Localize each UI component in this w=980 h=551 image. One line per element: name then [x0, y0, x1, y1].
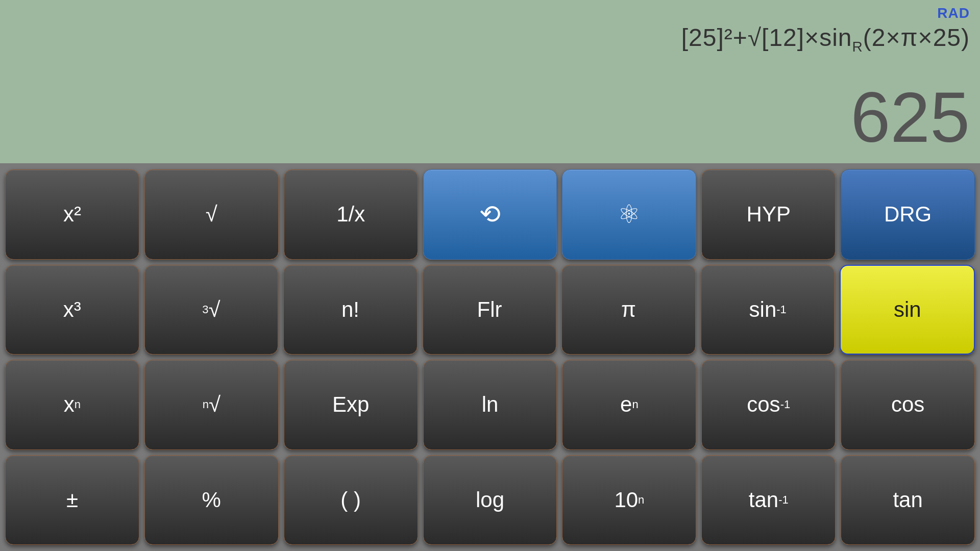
pi-button[interactable]: π [561, 265, 696, 355]
xn-button[interactable]: xn [5, 360, 139, 450]
atan-button[interactable]: tan-1 [701, 455, 836, 545]
flr-button[interactable]: Flr [423, 265, 557, 355]
expression-display: [25]²+√[12]×sinR(2×π×25) [681, 23, 970, 55]
en-button[interactable]: en [562, 360, 696, 450]
factorial-button[interactable]: n! [283, 265, 418, 355]
x3-button[interactable]: x³ [5, 265, 139, 355]
nrt-button[interactable]: n√ [144, 360, 279, 450]
btn-row-3: xn n√ Exp ln en cos-1 cos [5, 360, 975, 450]
btn-row-2: x³ 3√ n! Flr π sin-1 sin [5, 265, 975, 355]
ln-button[interactable]: ln [423, 360, 557, 450]
history-button[interactable]: ⟲ [423, 169, 557, 260]
atom-icon: ⚛ [618, 199, 641, 229]
tan-button[interactable]: tan [841, 455, 975, 545]
hyp-button[interactable]: HYP [701, 169, 836, 260]
10n-button[interactable]: 10n [562, 455, 696, 545]
history-icon: ⟲ [479, 199, 501, 229]
btn-row-1: x² √ 1/x ⟲ ⚛ HYP DRG [5, 169, 975, 260]
keypad: x² √ 1/x ⟲ ⚛ HYP DRG x³ 3√ n! Flr π sin-… [0, 163, 980, 551]
inv-button[interactable]: 1/x [284, 169, 418, 260]
drg-button[interactable]: DRG [841, 169, 975, 260]
log-button[interactable]: log [423, 455, 557, 545]
calculator-display: RAD [25]²+√[12]×sinR(2×π×25) 625 [0, 0, 980, 163]
plusminus-button[interactable]: ± [5, 455, 139, 545]
sqrt-button[interactable]: √ [144, 169, 279, 260]
cbrt-button[interactable]: 3√ [144, 265, 279, 355]
atom-button[interactable]: ⚛ [562, 169, 696, 260]
x2-button[interactable]: x² [5, 169, 139, 260]
asin-button[interactable]: sin-1 [701, 265, 835, 355]
sin-button[interactable]: sin [840, 265, 975, 355]
parens-button[interactable]: ( ) [284, 455, 418, 545]
percent-button[interactable]: % [144, 455, 279, 545]
mode-indicator: RAD [937, 5, 970, 21]
exp-button[interactable]: Exp [284, 360, 418, 450]
acos-button[interactable]: cos-1 [701, 360, 836, 450]
btn-row-4: ± % ( ) log 10n tan-1 tan [5, 455, 975, 545]
result-display: 625 [850, 82, 970, 158]
cos-button[interactable]: cos [841, 360, 975, 450]
